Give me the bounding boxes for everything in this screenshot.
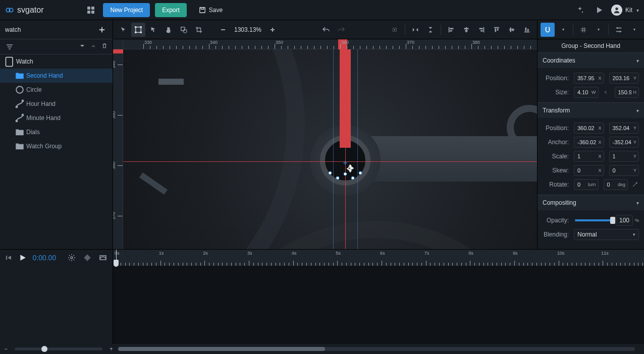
delete-layer-icon[interactable]: [101, 43, 108, 50]
snap-options-icon[interactable]: ▾: [556, 23, 570, 37]
app-logo[interactable]: svgator: [5, 6, 43, 15]
sparkle-icon[interactable]: [573, 3, 587, 17]
save-button[interactable]: Save: [192, 3, 230, 17]
graph-view-icon[interactable]: [98, 251, 109, 265]
select-tool[interactable]: [116, 23, 130, 37]
zoom-in-button[interactable]: [265, 23, 280, 37]
preview-play-icon[interactable]: [592, 3, 606, 17]
layer-label: Watch: [16, 58, 33, 65]
crop-tool[interactable]: [192, 23, 206, 37]
redo-button[interactable]: [334, 23, 348, 37]
timeline-tracks[interactable]: [113, 266, 644, 344]
opacity-value[interactable]: [616, 216, 632, 224]
tf-skew-y[interactable]: [612, 167, 632, 174]
layer-search-input[interactable]: [4, 26, 95, 34]
timeline-zoom-slider[interactable]: [15, 347, 102, 350]
align-top-icon[interactable]: [490, 23, 504, 37]
grid-options-icon[interactable]: ▾: [591, 23, 605, 37]
grid-toggle-icon[interactable]: [576, 23, 591, 37]
layer-item[interactable]: Minute Hand: [0, 111, 113, 125]
layer-filter-icon[interactable]: [5, 42, 14, 51]
blending-select[interactable]: Normal ▾: [574, 229, 639, 240]
section-compositing-header[interactable]: Compositing: [538, 195, 644, 210]
center-origin-icon[interactable]: [388, 23, 402, 37]
svg-rect-4: [87, 11, 90, 14]
svg-rect-6: [200, 7, 205, 13]
export-button[interactable]: Export: [155, 3, 187, 17]
timeline-zoom-in[interactable]: +: [110, 345, 113, 352]
zoom-out-button[interactable]: [216, 23, 230, 37]
layer-item[interactable]: Dials: [0, 125, 113, 139]
link-size-icon[interactable]: [602, 90, 610, 95]
align-bottom-icon[interactable]: [520, 23, 534, 37]
coord-pos-y[interactable]: [612, 75, 632, 82]
flip-horizontal-icon[interactable]: [408, 23, 422, 37]
selection-title: Group - Second Hand: [538, 39, 644, 52]
layer-item[interactable]: Circle: [0, 83, 113, 97]
layer-item[interactable]: Watch Group: [0, 139, 113, 153]
layer-label: Minute Hand: [26, 114, 61, 122]
ruler-vertical[interactable]: 340350360370380: [113, 49, 123, 249]
folder-icon: [15, 142, 24, 150]
user-menu[interactable]: Kit: [611, 5, 639, 16]
snap-toggle[interactable]: [541, 23, 555, 37]
pan-tool[interactable]: [162, 23, 176, 37]
ruler-horizontal[interactable]: 330340350360370380: [123, 39, 537, 49]
tf-pos-y[interactable]: [612, 125, 632, 132]
app-name: svgator: [17, 6, 43, 15]
align-center-v-icon[interactable]: [505, 23, 519, 37]
opacity-slider[interactable]: [575, 219, 613, 221]
keyframe-view-icon[interactable]: [82, 251, 92, 265]
viewport[interactable]: [123, 49, 537, 249]
node-tool[interactable]: [146, 23, 160, 37]
align-right-icon[interactable]: [474, 23, 489, 37]
play-button[interactable]: [18, 252, 27, 264]
layer-label: Hour Hand: [26, 100, 56, 107]
move-up-icon[interactable]: [90, 43, 96, 50]
timeline-scrollbar[interactable]: [118, 347, 635, 351]
tf-rotate-turn[interactable]: [576, 181, 587, 188]
timeline-settings-icon[interactable]: [66, 251, 77, 265]
guides-toggle-icon[interactable]: [612, 23, 626, 37]
svg-point-23: [394, 29, 395, 30]
guides-options-icon[interactable]: ▾: [627, 23, 641, 37]
section-coordinates-header[interactable]: Coordinates: [538, 53, 644, 68]
tf-rotate-deg[interactable]: [606, 181, 617, 188]
svg-rect-2: [87, 7, 90, 10]
tf-scale-x[interactable]: [576, 153, 597, 160]
svg-rect-20: [181, 27, 185, 30]
layer-item[interactable]: Second Hand: [0, 69, 113, 83]
timeline-ruler[interactable]: 0s1s2s3s4s5s6s7s8s9s10s11s: [113, 250, 644, 266]
tf-anchor-y[interactable]: [612, 139, 632, 146]
new-project-button[interactable]: New Project: [103, 3, 150, 17]
flip-vertical-icon[interactable]: [423, 23, 438, 37]
undo-button[interactable]: [319, 23, 333, 37]
align-center-h-icon[interactable]: [459, 23, 473, 37]
canvas[interactable]: 330340350360370380 340350360370380: [113, 39, 537, 249]
tf-skew-x[interactable]: [576, 167, 597, 174]
add-element-button[interactable]: [95, 23, 109, 36]
layer-item[interactable]: Hour Hand: [0, 97, 113, 111]
coord-pos-x[interactable]: [576, 75, 597, 82]
tf-anchor-x[interactable]: [576, 139, 597, 146]
coord-size-h[interactable]: [617, 89, 632, 96]
shape-tool[interactable]: [177, 23, 191, 37]
collapse-all-icon[interactable]: [79, 43, 85, 50]
coord-size-w[interactable]: [576, 89, 591, 96]
section-transform-header[interactable]: Transform: [538, 103, 644, 118]
layer-root[interactable]: Watch: [0, 54, 113, 69]
transform-tool[interactable]: [131, 23, 145, 37]
top-bar: svgator New Project Export Save Kit: [0, 0, 644, 20]
svg-rect-40: [525, 27, 527, 31]
playhead[interactable]: [116, 250, 117, 266]
align-left-icon[interactable]: [444, 23, 458, 37]
rotate-mode-icon[interactable]: [631, 182, 639, 188]
timeline-zoom-out[interactable]: −: [4, 345, 8, 352]
zoom-value[interactable]: 1303.13%: [231, 26, 264, 33]
dashboard-icon[interactable]: [84, 3, 98, 17]
tf-pos-x[interactable]: [576, 125, 597, 132]
tf-scale-y[interactable]: [612, 153, 632, 160]
go-start-button[interactable]: [4, 252, 13, 264]
timecode[interactable]: 0:00.00: [32, 254, 56, 262]
svg-point-14: [22, 114, 24, 116]
